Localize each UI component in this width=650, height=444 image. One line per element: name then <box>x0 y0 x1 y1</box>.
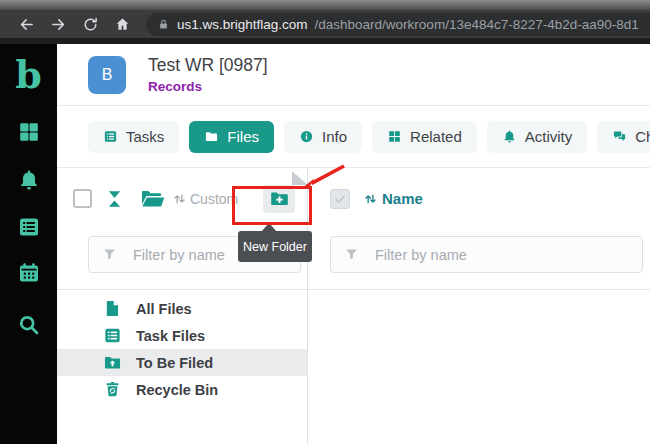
tab-chat[interactable]: Ch <box>597 121 650 153</box>
tab-tasks[interactable]: Tasks <box>88 121 179 153</box>
bell-icon <box>502 129 517 144</box>
tab-label: Tasks <box>126 128 164 145</box>
brightflag-logo[interactable]: b <box>0 56 57 94</box>
tab-label: Ch <box>635 128 650 145</box>
panel-splitter[interactable] <box>307 168 308 444</box>
tree-item-label: To Be Filed <box>136 355 213 371</box>
open-folder-icon[interactable] <box>140 188 166 210</box>
select-all-checkbox[interactable] <box>73 189 92 208</box>
tree-item-label: Recycle Bin <box>136 382 218 398</box>
files-filter[interactable] <box>330 236 643 273</box>
workroom-tabs: Tasks Files Info Related Activity <box>57 106 650 168</box>
tab-files[interactable]: Files <box>189 121 274 153</box>
tab-label: Info <box>322 128 347 145</box>
folder-icon <box>204 129 219 144</box>
file-list-empty-area <box>308 290 650 444</box>
tree-item-to-be-filed[interactable]: To Be Filed <box>57 349 307 376</box>
files-filter-row <box>308 229 650 290</box>
file-list-header: Name <box>308 168 650 229</box>
tree-item-all-files[interactable]: All Files <box>57 295 307 322</box>
file-list-panel: Name <box>308 168 650 444</box>
home-icon[interactable] <box>106 10 138 38</box>
funnel-icon <box>102 247 117 262</box>
address-bar[interactable]: us1.ws.brightflag.com/dashboard/workroom… <box>146 13 650 36</box>
dashboard-icon[interactable] <box>17 120 41 144</box>
tab-label: Files <box>227 128 259 145</box>
sort-arrows-icon[interactable] <box>363 191 378 207</box>
tree-item-label: Task Files <box>136 328 205 344</box>
recycle-bin-icon <box>103 380 122 399</box>
hourglass-icon[interactable] <box>104 188 125 210</box>
tab-label: Related <box>410 128 462 145</box>
grid-icon <box>387 129 402 144</box>
records-link[interactable]: Records <box>148 79 268 94</box>
files-filter-input[interactable] <box>375 247 642 263</box>
task-list-icon <box>103 326 122 345</box>
tree-item-recycle-bin[interactable]: Recycle Bin <box>57 376 307 403</box>
tooltip-text: New Folder <box>243 240 307 254</box>
tab-activity[interactable]: Activity <box>487 121 588 153</box>
folders-panel: Custom All Files <box>57 168 307 444</box>
resize-handle-icon[interactable] <box>292 171 308 185</box>
workroom-header: B Test WR [0987] Records <box>57 44 650 106</box>
tab-info[interactable]: Info <box>284 121 362 153</box>
new-folder-button[interactable] <box>263 185 295 213</box>
workroom-avatar: B <box>88 56 126 94</box>
tab-label: Activity <box>525 128 573 145</box>
folder-tree: All Files Task Files To Be Filed Re <box>57 290 307 403</box>
screen: us1.ws.brightflag.com/dashboard/workroom… <box>0 0 650 444</box>
list-icon[interactable] <box>17 215 41 239</box>
tree-item-label: All Files <box>136 301 192 317</box>
main-area: B Test WR [0987] Records Tasks Files <box>57 44 650 444</box>
page-title: Test WR [0987] <box>148 55 268 76</box>
notifications-bell-icon[interactable] <box>17 168 41 192</box>
new-folder-icon <box>269 188 290 209</box>
forward-icon[interactable] <box>42 10 74 38</box>
name-column-header[interactable]: Name <box>382 190 423 207</box>
window-titlebar <box>0 0 650 10</box>
document-icon <box>103 299 122 318</box>
new-folder-tooltip: New Folder <box>238 231 312 262</box>
tree-item-task-files[interactable]: Task Files <box>57 322 307 349</box>
tooltip-arrow <box>261 223 277 232</box>
reload-icon[interactable] <box>74 10 106 38</box>
funnel-icon <box>344 247 359 262</box>
url-domain: us1.ws.brightflag.com <box>177 17 308 32</box>
chat-icon <box>612 129 627 144</box>
info-icon <box>299 129 314 144</box>
check-icon <box>333 192 347 206</box>
app-sidebar: b <box>0 44 57 444</box>
sort-arrows-icon[interactable] <box>172 191 187 207</box>
sort-mode-label[interactable]: Custom <box>190 191 238 207</box>
select-all-files-checkbox[interactable] <box>330 189 350 209</box>
folder-up-icon <box>103 353 122 372</box>
back-icon[interactable] <box>10 10 42 38</box>
calendar-icon[interactable] <box>17 261 41 285</box>
search-icon[interactable] <box>17 313 41 337</box>
browser-toolbar: us1.ws.brightflag.com/dashboard/workroom… <box>0 10 650 38</box>
tab-related[interactable]: Related <box>372 121 477 153</box>
folders-toolbar: Custom <box>57 168 307 229</box>
task-list-icon <box>103 129 118 144</box>
url-path: /dashboard/workroom/13e484c7-8227-4b2d-a… <box>315 17 639 32</box>
lock-icon <box>157 18 170 31</box>
